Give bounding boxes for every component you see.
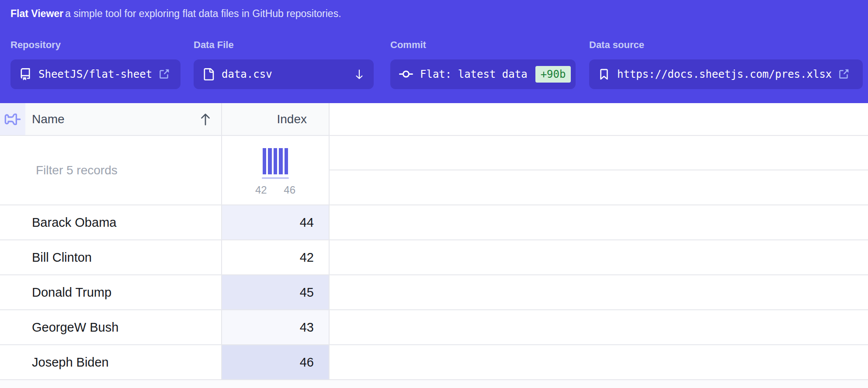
cell-filler	[330, 345, 868, 379]
repository-label: Repository	[10, 40, 181, 50]
cell-name: Bill Clinton	[0, 240, 222, 274]
histogram-bar	[268, 148, 271, 174]
histogram-min-label: 42	[255, 184, 267, 196]
pin-icon	[0, 107, 25, 132]
app-title: Flat Viewer	[10, 8, 63, 19]
commit-diff-badge: +90b	[535, 66, 571, 83]
column-header-index[interactable]: Index	[222, 103, 330, 135]
download-arrow-icon	[354, 68, 365, 81]
cell-index: 42	[222, 240, 330, 274]
filter-row-filler	[330, 136, 868, 204]
empty-grid-row	[330, 136, 868, 170]
cell-index: 45	[222, 275, 330, 309]
external-link-icon	[158, 69, 170, 80]
header-controls: Repository SheetJS/flat-sheet Data File …	[10, 40, 863, 89]
histogram-bar	[274, 148, 277, 174]
column-name-label: Name	[32, 112, 65, 126]
header-filler	[330, 103, 868, 135]
column-header-name[interactable]: Name	[25, 103, 222, 135]
bookmark-icon	[598, 68, 610, 80]
commit-message: Flat: latest data	[420, 68, 528, 80]
file-icon	[202, 68, 215, 80]
data-source-control: Data source https://docs.sheetjs.com/pre…	[589, 40, 863, 89]
filter-spacer	[0, 136, 25, 204]
table-row: Bill Clinton 42	[0, 240, 868, 275]
repository-control: Repository SheetJS/flat-sheet	[10, 40, 181, 89]
git-commit-icon	[399, 67, 413, 81]
commit-label: Commit	[390, 40, 576, 50]
table-row: Barack Obama 44	[0, 205, 868, 240]
histogram-bars	[263, 148, 288, 174]
data-file-control: Data File data.csv	[194, 40, 374, 89]
table-header-row: Name Index	[0, 103, 868, 136]
sort-ascending-icon	[199, 112, 212, 126]
data-source-label: Data source	[589, 40, 863, 50]
histogram-max-label: 46	[284, 184, 295, 196]
histogram-bar	[279, 148, 282, 174]
bottom-strip	[0, 380, 868, 388]
cell-index: 43	[222, 310, 330, 344]
cell-filler	[330, 310, 868, 344]
histogram-brush-line	[262, 177, 289, 179]
table-row: GeorgeW Bush 43	[0, 310, 868, 345]
data-file-name: data.csv	[222, 68, 272, 80]
cell-filler	[330, 240, 868, 274]
app-header: Flat Viewera simple tool for exploring f…	[0, 0, 868, 103]
histogram-bar	[263, 148, 266, 174]
data-file-select[interactable]: data.csv	[194, 59, 374, 89]
commit-button[interactable]: Flat: latest data +90b	[390, 59, 576, 89]
filter-input[interactable]	[25, 136, 221, 204]
cell-name: Barack Obama	[0, 205, 222, 239]
data-source-url: https://docs.sheetjs.com/pres.xlsx	[617, 68, 832, 80]
cell-index: 44	[222, 205, 330, 239]
app-subtitle: a simple tool for exploring flat data fi…	[65, 8, 341, 19]
app-title-row: Flat Viewera simple tool for exploring f…	[10, 7, 863, 20]
data-source-button[interactable]: https://docs.sheetjs.com/pres.xlsx	[589, 59, 863, 89]
cell-index: 46	[222, 345, 330, 379]
external-link-icon	[838, 69, 849, 80]
cell-name: Joseph Biden	[0, 345, 222, 379]
index-histogram-filter[interactable]: 42 46	[222, 136, 330, 204]
cell-filler	[330, 275, 868, 309]
table-row: Joseph Biden 46	[0, 345, 868, 380]
column-index-label: Index	[277, 112, 307, 126]
repo-book-icon	[19, 68, 31, 80]
commit-control: Commit Flat: latest data +90b	[390, 40, 576, 89]
repository-button[interactable]: SheetJS/flat-sheet	[10, 59, 181, 89]
cell-name: Donald Trump	[0, 275, 222, 309]
histogram-bar	[285, 148, 288, 174]
data-file-label: Data File	[194, 40, 374, 50]
table-row: Donald Trump 45	[0, 275, 868, 310]
repository-name: SheetJS/flat-sheet	[38, 68, 152, 80]
pin-column-button[interactable]	[0, 103, 25, 135]
cell-name: GeorgeW Bush	[0, 310, 222, 344]
name-filter-cell	[25, 136, 222, 204]
filter-row: 42 46	[0, 136, 868, 205]
empty-grid-row	[330, 170, 868, 204]
histogram-labels: 42 46	[255, 184, 295, 196]
cell-filler	[330, 205, 868, 239]
